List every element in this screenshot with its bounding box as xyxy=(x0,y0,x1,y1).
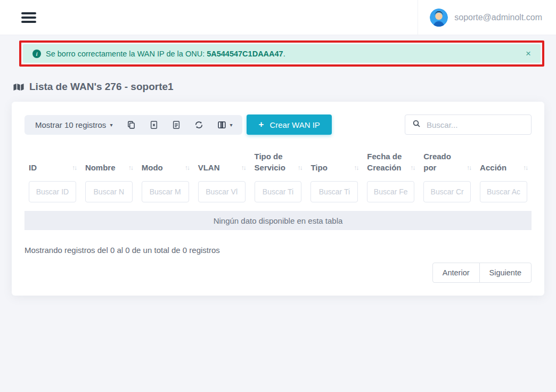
next-page-button[interactable]: Siguiente xyxy=(479,263,532,283)
tool-group: Mostrar 10 registros ▾ xyxy=(24,115,242,135)
success-alert: i Se borro correctamente la WAN IP de la… xyxy=(23,44,541,63)
annotation-highlight-box: i Se borro correctamente la WAN IP de la… xyxy=(19,40,544,67)
filter-input-id[interactable] xyxy=(29,181,76,202)
global-search xyxy=(405,115,532,135)
sort-icon: ↑↓ xyxy=(241,164,246,173)
table-empty-message: Ningún dato disponible en esta tabla xyxy=(24,211,532,230)
app-screen: soporte@adminolt.com i Se borro correcta… xyxy=(0,0,556,392)
sort-icon: ↑↓ xyxy=(354,164,358,173)
hamburger-menu-icon[interactable] xyxy=(21,10,36,25)
filter-input-accion[interactable] xyxy=(480,181,527,202)
search-icon xyxy=(412,119,421,130)
table-toolbar: Mostrar 10 registros ▾ xyxy=(24,115,532,135)
info-icon: i xyxy=(32,50,41,58)
filter-input-nombre[interactable] xyxy=(85,181,133,202)
sort-icon: ↑↓ xyxy=(523,164,527,173)
filter-input-tipo-servicio[interactable] xyxy=(255,181,302,202)
previous-page-button[interactable]: Anterior xyxy=(432,263,480,283)
chevron-down-icon: ▾ xyxy=(110,122,112,128)
alert-text: Se borro correctamente la WAN IP de la O… xyxy=(46,50,285,58)
filter-input-fecha[interactable] xyxy=(367,181,414,202)
search-input[interactable] xyxy=(427,120,524,129)
wan-list-card: Mostrar 10 registros ▾ xyxy=(12,102,544,296)
sort-icon: ↑↓ xyxy=(185,164,189,173)
column-header-tipo[interactable]: Tipo↑↓ xyxy=(310,151,358,173)
column-header-nombre[interactable]: Nombre↑↓ xyxy=(85,151,133,173)
filter-input-vlan[interactable] xyxy=(198,181,246,202)
chevron-down-icon: ▾ xyxy=(230,122,232,128)
copy-button[interactable] xyxy=(120,115,143,135)
page-title: Lista de WAN's 276 - soporte1 xyxy=(13,81,543,93)
column-header-modo[interactable]: Modo↑↓ xyxy=(142,151,189,173)
page-title-text: Lista de WAN's 276 - soporte1 xyxy=(29,81,174,93)
column-header-accion[interactable]: Acción↑↓ xyxy=(480,151,527,173)
export-file-button[interactable] xyxy=(165,115,187,135)
export-excel-button[interactable] xyxy=(143,115,165,135)
filter-input-tipo[interactable] xyxy=(310,181,358,202)
filter-input-creado-por[interactable] xyxy=(423,181,471,202)
sort-icon: ↑↓ xyxy=(297,164,301,173)
column-header-creado-por[interactable]: Creado por↑↓ xyxy=(423,151,471,173)
alert-onu-id: 5A544547C1DAAA47 xyxy=(207,50,283,58)
column-visibility-dropdown[interactable]: ▾ xyxy=(210,115,239,135)
table-records-info: Mostrando registros del 0 al 0 de un tot… xyxy=(24,246,532,255)
sort-icon: ↑↓ xyxy=(72,164,76,173)
pagination: Anterior Siguiente xyxy=(24,263,532,283)
user-email: soporte@adminolt.com xyxy=(454,13,542,22)
plus-icon: + xyxy=(258,119,264,130)
sort-icon: ↑↓ xyxy=(467,164,471,173)
refresh-icon[interactable] xyxy=(187,115,210,135)
show-records-dropdown[interactable]: Mostrar 10 registros ▾ xyxy=(28,120,120,129)
table-header-row: ID↑↓ Nombre↑↓ Modo↑↓ VLAN↑↓ Tipo de Serv… xyxy=(24,151,532,173)
column-header-vlan[interactable]: VLAN↑↓ xyxy=(198,151,246,173)
table-filter-row xyxy=(24,181,532,202)
column-header-id[interactable]: ID↑↓ xyxy=(29,151,76,173)
column-header-tipo-servicio[interactable]: Tipo de Servicio↑↓ xyxy=(255,151,302,173)
column-header-fecha-creacion[interactable]: Fecha de Creación↑↓ xyxy=(367,151,414,173)
sort-icon: ↑↓ xyxy=(410,164,414,173)
topbar: soporte@adminolt.com xyxy=(0,0,556,35)
filter-input-modo[interactable] xyxy=(142,181,189,202)
avatar xyxy=(430,9,448,27)
close-icon[interactable]: × xyxy=(526,49,531,58)
sort-icon: ↑↓ xyxy=(128,164,133,173)
user-menu[interactable]: soporte@adminolt.com xyxy=(418,0,542,35)
create-wan-ip-button[interactable]: + Crear WAN IP xyxy=(247,115,331,135)
map-icon xyxy=(13,83,24,92)
